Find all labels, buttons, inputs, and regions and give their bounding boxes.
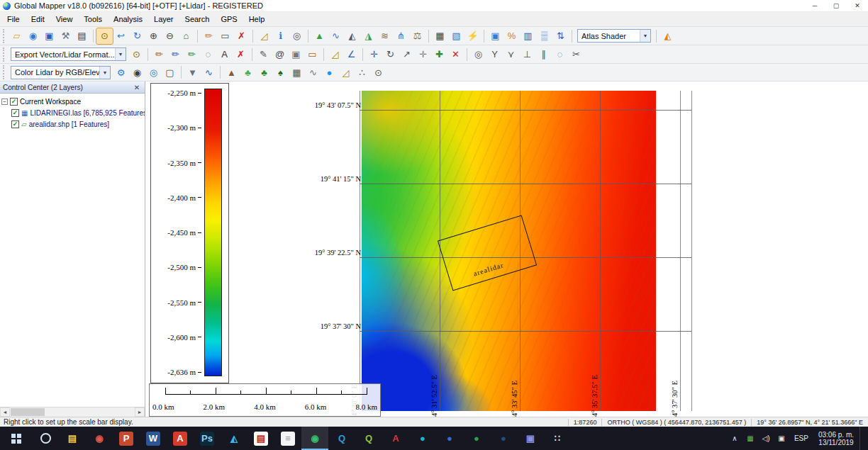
scrollbar-thumb[interactable] xyxy=(11,408,45,416)
cortana-search-button[interactable] xyxy=(32,427,59,450)
elevation-legend-button[interactable]: ▲ xyxy=(311,28,328,44)
move-feature-button[interactable]: ✛ xyxy=(366,47,382,62)
lidar-noise-button[interactable]: ∴ xyxy=(354,64,370,80)
delete-selected-button[interactable]: ✗ xyxy=(233,47,249,62)
taskbar-notepad[interactable]: ≡ xyxy=(274,427,301,450)
lidar-auto-classify-button[interactable]: ◎ xyxy=(145,64,162,80)
view-3d-button[interactable]: ▣ xyxy=(487,28,503,44)
taskbar-app-purple[interactable]: ▣ xyxy=(517,427,544,450)
metadata-button[interactable]: ▤ xyxy=(74,28,90,44)
action-center-button[interactable] xyxy=(859,427,867,450)
shader-options-button[interactable]: ◭ xyxy=(660,28,676,44)
taskbar-pdf-reader[interactable]: ▤ xyxy=(247,427,274,450)
chevron-down-icon[interactable]: ▼ xyxy=(99,67,110,79)
taskbar-word[interactable]: W xyxy=(140,427,167,450)
maximize-button[interactable]: ▢ xyxy=(825,0,847,11)
toolbar-handle[interactable] xyxy=(3,29,6,43)
zoom-tool-button[interactable]: ⊙ xyxy=(96,28,113,44)
classify-water-button[interactable]: ● xyxy=(321,64,338,80)
taskbar-app-blue[interactable]: ● xyxy=(436,427,463,450)
cut-feature-button[interactable]: ✂ xyxy=(568,47,584,62)
zoom-out-button[interactable]: ⊖ xyxy=(162,28,178,44)
previous-view-button[interactable]: ↩ xyxy=(113,28,129,44)
delete-vertex-button[interactable]: ✕ xyxy=(447,47,464,62)
classify-powerline-button[interactable]: ∿ xyxy=(305,64,321,80)
create-circle-button[interactable]: ◌ xyxy=(200,47,216,62)
classify-high-veg-button[interactable]: ♠ xyxy=(272,64,289,80)
taskbar-qgis-2[interactable]: Q xyxy=(355,427,382,450)
create-point-button[interactable]: ✏ xyxy=(151,47,167,62)
classify-buildings-button[interactable]: ▦ xyxy=(289,64,305,80)
chevron-down-icon[interactable]: ▼ xyxy=(115,48,126,60)
lidar-settings-button[interactable]: ⚙ xyxy=(113,64,129,80)
taskbar-app-navy[interactable]: ● xyxy=(490,427,517,450)
menu-item-analysis[interactable]: Analysis xyxy=(108,12,148,26)
collapse-icon[interactable]: − xyxy=(1,99,8,105)
measure-feature-button[interactable]: ◿ xyxy=(327,47,343,62)
contour-button[interactable]: ≋ xyxy=(377,28,393,44)
feature-attributes-button[interactable]: @ xyxy=(272,47,288,62)
tree-item-workspace[interactable]: − ✓ Current Workspace xyxy=(1,96,143,107)
digitizer-select-button[interactable]: ⊙ xyxy=(128,47,145,62)
control-center-header[interactable]: Control Center (2 Layers) ✕ xyxy=(0,81,145,94)
color-lidar-combo[interactable]: Color Lidar by RGB/Elev ▼ xyxy=(11,66,111,79)
edit-feature-button[interactable]: ✎ xyxy=(255,47,272,62)
search-features-button[interactable]: ◎ xyxy=(289,28,305,44)
create-text-button[interactable]: A xyxy=(216,47,233,62)
menu-item-help[interactable]: Help xyxy=(243,12,271,26)
zoom-in-button[interactable]: ⊕ xyxy=(145,28,162,44)
taskbar-autocad[interactable]: A xyxy=(382,427,409,450)
tray-network-icon[interactable]: ▣ xyxy=(774,434,789,442)
scale-bar[interactable]: 0.0 km2.0 km4.0 km6.0 km8.0 km xyxy=(149,383,381,417)
panel-horizontal-scrollbar[interactable]: ◄ ► xyxy=(0,407,145,417)
lidar-classify-display-button[interactable]: ▒ xyxy=(536,28,552,44)
export-format-combo[interactable]: Export Vector/Lidar Format... ▼ xyxy=(11,47,126,61)
layer-order-button[interactable]: ⇅ xyxy=(552,28,569,44)
rotate-feature-button[interactable]: ↻ xyxy=(382,47,399,62)
classify-med-veg-button[interactable]: ♣ xyxy=(256,64,272,80)
menu-item-search[interactable]: Search xyxy=(179,12,216,26)
taskbar-clock[interactable]: 03:06 p. m. 13/11/2019 xyxy=(814,431,858,446)
toolbar-handle[interactable] xyxy=(3,65,6,79)
measure-tool-button[interactable]: ◿ xyxy=(256,28,272,44)
move-vertex-button[interactable]: ✛ xyxy=(415,47,431,62)
tree-item-area-layer[interactable]: ✓ ▱ arealidar.shp [1 Features] xyxy=(1,118,143,130)
full-view-button[interactable]: ↻ xyxy=(129,28,145,44)
chevron-down-icon[interactable]: ▼ xyxy=(640,30,650,42)
taskbar-app-green[interactable]: ● xyxy=(463,427,490,450)
lidar-filter-button[interactable]: ▼ xyxy=(184,64,201,80)
add-vertex-button[interactable]: ✚ xyxy=(431,47,447,62)
flatten-terrain-button[interactable]: ⚖ xyxy=(409,28,425,44)
tray-expand-icon[interactable]: ∧ xyxy=(728,434,742,442)
control-center-close-button[interactable]: ✕ xyxy=(132,84,142,91)
taskbar-qgis[interactable]: Q xyxy=(328,427,355,450)
scroll-left-icon[interactable]: ◄ xyxy=(0,407,10,417)
map-catalog-button[interactable]: ▦ xyxy=(432,28,448,44)
home-view-button[interactable]: ⌂ xyxy=(178,28,194,44)
watershed-button[interactable]: ⋔ xyxy=(393,28,409,44)
start-button[interactable] xyxy=(0,427,32,450)
buffer-feature-button[interactable]: ◌ xyxy=(552,47,568,62)
classify-ground-button[interactable]: ▲ xyxy=(223,64,240,80)
close-button[interactable]: ✕ xyxy=(847,0,868,11)
lidar-layer-checkbox[interactable]: ✓ xyxy=(11,109,19,117)
menu-item-gps[interactable]: GPS xyxy=(215,12,243,26)
percent-complete-button[interactable]: % xyxy=(503,28,520,44)
snap-angle-button[interactable]: ∠ xyxy=(343,47,360,62)
lidar-measure-button[interactable]: ◿ xyxy=(338,64,354,80)
taskbar-global-mapper[interactable]: ◉ xyxy=(301,427,328,450)
combine-features-button[interactable]: ⋎ xyxy=(503,47,519,62)
toolbar-handle[interactable] xyxy=(3,47,6,62)
atlas-shader-combo[interactable]: Atlas Shader ▼ xyxy=(577,29,651,43)
line-of-sight-button[interactable]: ◭ xyxy=(344,28,360,44)
feature-info-button[interactable]: ℹ xyxy=(272,28,289,44)
lidar-histogram-button[interactable]: ▥ xyxy=(520,28,536,44)
taskbar-photos-app[interactable]: ◭ xyxy=(221,427,247,450)
menu-item-file[interactable]: File xyxy=(1,12,26,26)
menu-item-edit[interactable]: Edit xyxy=(26,12,50,26)
lidar-view-globe-button[interactable]: ◉ xyxy=(129,64,145,80)
taskbar-chrome[interactable]: ◉ xyxy=(86,427,113,450)
lidar-display-options-button[interactable]: ▢ xyxy=(162,64,178,80)
menu-item-tools[interactable]: Tools xyxy=(78,12,108,26)
open-file-button[interactable]: ▱ xyxy=(9,28,25,44)
